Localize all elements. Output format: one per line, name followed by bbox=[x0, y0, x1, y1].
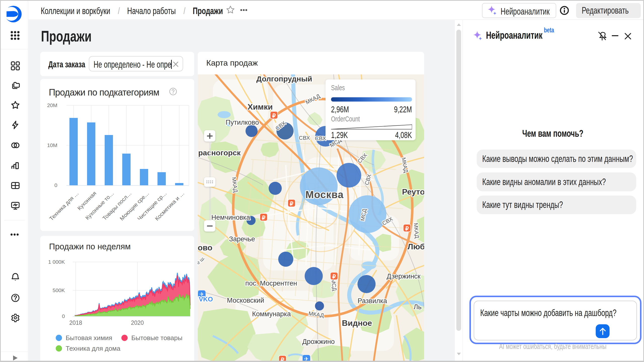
svg-text:2018: 2018 bbox=[69, 320, 82, 326]
svg-text:расногорск: расногорск bbox=[198, 149, 241, 157]
svg-text:Развилка: Развилка bbox=[358, 297, 387, 305]
svg-text:₽: ₽ bbox=[262, 215, 265, 221]
svg-text:VKO: VKO bbox=[199, 295, 213, 303]
svg-text:Видное: Видное bbox=[342, 319, 372, 328]
svg-text:Ль: Ль bbox=[414, 303, 422, 311]
svg-text:ово: ово bbox=[198, 243, 212, 252]
svg-text:Московский: Московский bbox=[227, 297, 264, 304]
svg-text:₽: ₽ bbox=[290, 201, 293, 207]
svg-text:СВХ: СВХ bbox=[299, 135, 310, 141]
svg-text:Москва: Москва bbox=[305, 189, 344, 200]
svg-text:Дзержинск: Дзержинск bbox=[387, 273, 421, 280]
svg-text:Немчиновка: Немчиновка bbox=[211, 214, 250, 221]
svg-text:✈: ✈ bbox=[304, 356, 309, 361]
svg-text:₽: ₽ bbox=[281, 357, 284, 361]
svg-text:Бытовые товары: Бытовые товары bbox=[131, 334, 182, 342]
svg-text:Путилково: Путилково bbox=[226, 119, 259, 126]
svg-text:2020: 2020 bbox=[131, 320, 144, 326]
svg-text:₽: ₽ bbox=[332, 274, 336, 280]
svg-text:МКАД: МКАД bbox=[413, 223, 420, 239]
svg-text:пос. Мосрентген: пос. Мосрентген bbox=[245, 280, 297, 287]
svg-text:20M: 20M bbox=[47, 102, 57, 108]
svg-text:₽: ₽ bbox=[405, 225, 409, 232]
svg-text:Дрожжино: Дрожжино bbox=[302, 338, 335, 345]
svg-text:0: 0 bbox=[54, 182, 57, 188]
svg-text:СВХ: СВХ bbox=[315, 135, 326, 142]
svg-text:Коммунарка: Коммунарка bbox=[252, 310, 291, 318]
svg-text:10M: 10M bbox=[47, 142, 57, 148]
svg-text:Реутов: Реутов bbox=[402, 187, 424, 196]
svg-text:Техника для дома: Техника для дома bbox=[66, 345, 120, 352]
svg-text:Бытовая химия: Бытовая химия bbox=[66, 334, 112, 342]
svg-text:1 000K: 1 000K bbox=[48, 259, 65, 265]
svg-text:Долгопрудный: Долгопрудный bbox=[256, 75, 312, 83]
svg-text:Люб: Люб bbox=[408, 242, 424, 251]
svg-text:₽: ₽ bbox=[272, 113, 276, 119]
svg-text:0: 0 bbox=[62, 313, 65, 319]
svg-text:Заречье: Заречье bbox=[229, 235, 255, 243]
svg-text:Химки: Химки bbox=[248, 102, 273, 111]
svg-text:500K: 500K bbox=[53, 287, 65, 293]
